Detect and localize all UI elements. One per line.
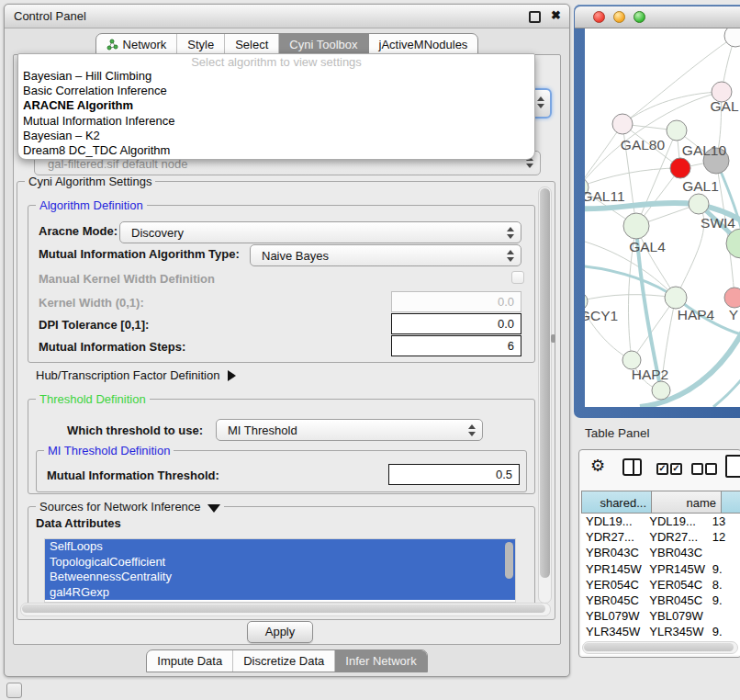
table-cell[interactable]: YDR27...	[581, 529, 645, 545]
table-cell[interactable]: 12	[708, 529, 740, 545]
table-row[interactable]: YBR045CYBR045C9.	[581, 593, 740, 608]
table-cell[interactable]: YLR345W	[645, 624, 707, 639]
float-window-icon[interactable]	[529, 11, 541, 23]
table-row[interactable]: YLR345WYLR345W9.	[581, 624, 740, 639]
settings-horizontal-scrollbar[interactable]	[20, 603, 551, 616]
data-attribute-item-gal4rgexp[interactable]: gal4RGexp	[45, 585, 515, 601]
deselect-all-checkbox-icon[interactable]	[705, 463, 717, 475]
table-cell[interactable]: 9.	[708, 593, 740, 608]
zoom-traffic-light-icon[interactable]	[633, 11, 645, 23]
table-cell[interactable]: YDR27...	[645, 529, 707, 545]
data-attribute-item-topologicalcoefficient[interactable]: TopologicalCoefficient	[45, 555, 515, 570]
gear-icon[interactable]: ⚙	[590, 457, 605, 475]
network-edge[interactable]	[585, 295, 676, 301]
dpi-tolerance-input[interactable]: 0.0	[391, 313, 521, 334]
column-header-shared[interactable]: shared...	[581, 491, 652, 514]
network-node[interactable]	[623, 213, 649, 239]
tab-jactivemnodules[interactable]: jActiveMNodules	[369, 34, 478, 55]
network-node[interactable]	[724, 288, 740, 308]
table-cell[interactable]	[708, 608, 740, 624]
select-all-checkbox-icon[interactable]: ✓	[670, 463, 682, 475]
table-cell[interactable]: YBR043C	[581, 545, 645, 560]
network-node[interactable]	[670, 158, 690, 178]
close-traffic-light-icon[interactable]	[593, 11, 605, 23]
data-attributes-list[interactable]: SelfLoopsTopologicalCoefficientBetweenne…	[44, 538, 516, 603]
network-node[interactable]	[665, 287, 687, 309]
table-row[interactable]: YDR27...YDR27...12	[581, 529, 740, 545]
table-cell[interactable]: YBL079W	[581, 608, 645, 624]
manual-kernel-checkbox[interactable]	[511, 271, 524, 284]
table-cell[interactable]: YBR043C	[645, 545, 707, 560]
aracne-mode-combo[interactable]: Discovery	[119, 221, 521, 243]
minimize-traffic-light-icon[interactable]	[613, 11, 625, 23]
tab-select[interactable]: Select	[225, 34, 279, 55]
table-row[interactable]: YDL19...YDL19...13	[581, 514, 740, 529]
column-header-2[interactable]	[722, 491, 740, 514]
network-edge[interactable]	[585, 124, 622, 187]
column-header-name[interactable]: name	[652, 491, 722, 514]
table-row[interactable]: YER054CYER054C8.	[581, 577, 740, 593]
tab-style[interactable]: Style	[177, 34, 225, 55]
hub-expander[interactable]: Hub/Transcription Factor Definition	[36, 368, 236, 382]
collapsed-panel-icon[interactable]	[6, 683, 22, 698]
table-row[interactable]: YBR043CYBR043C	[581, 545, 740, 560]
algorithm-option-mutual-information-inference[interactable]: Mutual Information Inference	[18, 114, 534, 129]
table-horizontal-scrollbar[interactable]	[582, 641, 738, 654]
mi-threshold-input[interactable]: 0.5	[388, 464, 520, 485]
network-node[interactable]	[689, 194, 709, 214]
table-cell[interactable]: YDL19...	[645, 514, 707, 529]
table-cell[interactable]: 13	[708, 514, 740, 529]
algorithm-option-basic-correlation-inference[interactable]: Basic Correlation Inference	[18, 84, 534, 98]
network-node[interactable]	[724, 28, 740, 47]
mi-steps-input[interactable]: 6	[391, 335, 521, 356]
table-cell[interactable]: YER054C	[645, 577, 707, 593]
table-cell[interactable]: YLR345W	[581, 624, 645, 639]
table-cell[interactable]: YBR045C	[581, 593, 645, 608]
data-attribute-item-betweennesscentrality[interactable]: BetweennessCentrality	[45, 570, 515, 585]
tab-impute-data[interactable]: Impute Data	[147, 650, 233, 672]
network-edge[interactable]	[585, 168, 680, 187]
table-cell[interactable]	[708, 545, 740, 560]
apply-button[interactable]: Apply	[247, 621, 313, 643]
sources-group-title[interactable]: Sources for Network Inference	[36, 500, 224, 514]
network-node[interactable]	[667, 120, 687, 141]
network-edge[interactable]	[622, 92, 722, 124]
table-cell[interactable]: YPR145W	[581, 561, 645, 577]
network-node[interactable]	[652, 381, 670, 400]
table-cell[interactable]: YDL19...	[581, 514, 645, 529]
select-all-checkbox-icon[interactable]: ✓	[656, 463, 668, 475]
kernel-width-input[interactable]: 0.0	[391, 291, 521, 312]
deselect-all-checkbox-icon[interactable]	[691, 463, 703, 475]
algorithm-option-dream8-dc-tdc-algorithm[interactable]: Dream8 DC_TDC Algorithm	[18, 143, 534, 158]
settings-vertical-scrollbar[interactable]	[538, 186, 552, 604]
algorithm-option-aracne-algorithm[interactable]: ARACNE Algorithm	[18, 98, 534, 113]
mi-type-combo[interactable]: Naive Bayes	[250, 244, 521, 266]
algorithm-option-bayesian-hill-climbing[interactable]: Bayesian – Hill Climbing	[18, 69, 534, 84]
network-window-titlebar[interactable]	[575, 6, 740, 28]
table-cell[interactable]: YBL079W	[645, 608, 707, 624]
table-cell[interactable]: YPR145W	[645, 561, 707, 577]
columns-icon[interactable]	[622, 458, 642, 476]
table-row[interactable]: YPR145WYPR145W9.	[581, 561, 740, 577]
tab-cyni-toolbox[interactable]: Cyni Toolbox	[279, 34, 368, 55]
table-row[interactable]: YBL079WYBL079W	[581, 608, 740, 624]
data-attribute-item-selfloops[interactable]: SelfLoops	[45, 539, 515, 555]
table-cell[interactable]: 8.	[708, 577, 740, 593]
splitter-grip[interactable]	[551, 334, 555, 343]
network-graph[interactable]: GALGAL80GAL10GAL1GAL11SWI4GAL4GCY1HAP4YH…	[585, 28, 740, 407]
list-scrollbar[interactable]	[505, 542, 513, 579]
close-icon[interactable]: ✖	[551, 8, 561, 22]
algorithm-option-bayesian-k2[interactable]: Bayesian – K2	[18, 129, 534, 143]
document-icon[interactable]	[725, 455, 740, 478]
tab-network[interactable]: Network	[96, 34, 178, 55]
which-threshold-combo[interactable]: MI Threshold	[216, 419, 483, 441]
table-cell[interactable]: 9.	[708, 561, 740, 577]
table-cell[interactable]: YER054C	[581, 577, 645, 593]
network-edge-highlighted[interactable]	[713, 376, 740, 407]
control-panel-titlebar[interactable]: Control Panel ✖	[5, 5, 569, 28]
network-canvas[interactable]: GALGAL80GAL10GAL1GAL11SWI4GAL4GCY1HAP4YH…	[585, 28, 740, 407]
tab-discretize-data[interactable]: Discretize Data	[233, 650, 335, 672]
table-cell[interactable]: 9.	[708, 624, 740, 639]
tab-infer-network[interactable]: Infer Network	[335, 650, 426, 672]
network-node[interactable]	[612, 114, 633, 134]
